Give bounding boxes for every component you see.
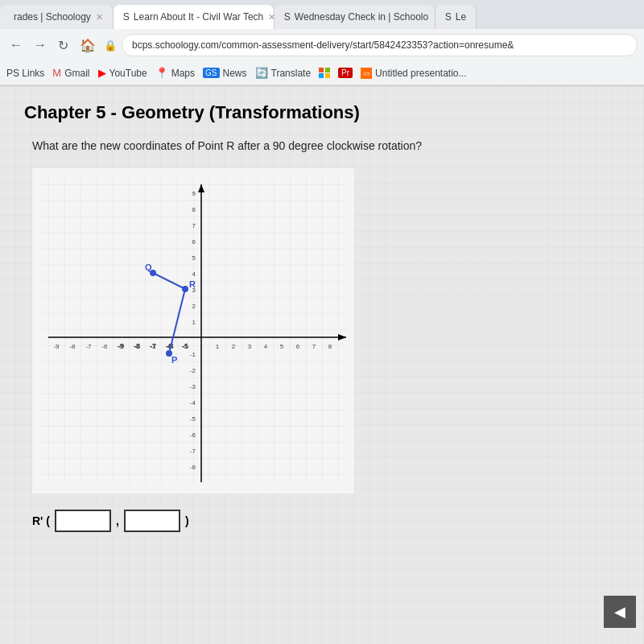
tab-close-1[interactable]: ✕ bbox=[96, 12, 103, 23]
svg-text:-1: -1 bbox=[182, 343, 188, 350]
chapter-title: Chapter 5 - Geometry (Transformations) bbox=[24, 102, 620, 123]
tab-bar: rades | Schoology ✕ S Learn About It - C… bbox=[0, 0, 644, 29]
tab-label-2: Learn About It - Civil War Tech bbox=[134, 11, 263, 23]
gmail-icon: M bbox=[52, 67, 61, 79]
svg-text:-7: -7 bbox=[190, 448, 196, 455]
svg-text:8: 8 bbox=[328, 343, 332, 350]
answer-label: R' ( bbox=[32, 514, 50, 527]
point-r-label: R bbox=[189, 279, 196, 289]
tab-wednesday[interactable]: S Wednesday Check in | Schoolo ✕ bbox=[275, 5, 436, 29]
browser-chrome: rades | Schoology ✕ S Learn About It - C… bbox=[0, 0, 644, 86]
tab-label-1: rades | Schoology bbox=[14, 11, 91, 23]
svg-text:-8: -8 bbox=[69, 343, 76, 350]
bookmark-maps-label: Maps bbox=[171, 68, 195, 79]
bookmark-news[interactable]: GS News bbox=[203, 68, 246, 79]
bookmark-windows-icon[interactable] bbox=[319, 68, 330, 79]
svg-text:1: 1 bbox=[216, 343, 220, 350]
bookmark-youtube[interactable]: ▶ YouTube bbox=[98, 67, 147, 79]
news-icon: GS bbox=[203, 68, 219, 78]
bookmark-gmail-label: Gmail bbox=[64, 68, 89, 79]
bookmark-untitled[interactable]: ▭ Untitled presentatio... bbox=[361, 68, 466, 79]
bookmark-ps-links[interactable]: PS Links bbox=[6, 68, 44, 79]
graph-container: -9 -8 -7 -6 -5 -9 -8 -7 -6 -5 -4 -9 -8 bbox=[32, 168, 354, 493]
tab-schoology[interactable]: rades | Schoology ✕ bbox=[0, 5, 114, 29]
answer-x-input[interactable] bbox=[55, 510, 111, 532]
address-bar-row: ← → ↻ 🏠 🔒 bbox=[0, 29, 644, 61]
svg-text:3: 3 bbox=[248, 343, 252, 350]
point-q-label: Q bbox=[145, 262, 152, 272]
svg-text:1: 1 bbox=[192, 319, 196, 326]
svg-text:7: 7 bbox=[192, 222, 196, 229]
svg-text:5: 5 bbox=[192, 254, 196, 262]
page-content: Chapter 5 - Geometry (Transformations) W… bbox=[0, 86, 644, 644]
question-text: What are the new coordinates of Point R … bbox=[32, 139, 620, 152]
svg-text:-9: -9 bbox=[53, 343, 60, 350]
tab-favicon-4: S bbox=[445, 11, 452, 23]
tab-label-3: Wednesday Check in | Schoolo bbox=[295, 11, 428, 23]
tab-civil-war[interactable]: S Learn About It - Civil War Tech ✕ bbox=[114, 5, 275, 29]
svg-text:4: 4 bbox=[192, 270, 196, 278]
svg-text:-3: -3 bbox=[190, 383, 196, 390]
bookmark-youtube-label: YouTube bbox=[109, 68, 147, 79]
slides-icon: ▭ bbox=[361, 68, 372, 79]
coordinate-graph: -9 -8 -7 -6 -5 -9 -8 -7 -6 -5 -4 -9 -8 bbox=[40, 176, 346, 482]
svg-text:-7: -7 bbox=[85, 343, 92, 350]
answer-y-input[interactable] bbox=[124, 510, 180, 532]
tab-favicon-3: S bbox=[284, 11, 291, 23]
svg-text:2: 2 bbox=[232, 343, 236, 350]
svg-text:-6: -6 bbox=[190, 431, 196, 439]
back-button[interactable]: ← bbox=[6, 36, 26, 54]
bookmark-pr[interactable]: Pr bbox=[338, 68, 353, 78]
svg-text:-3: -3 bbox=[150, 343, 156, 350]
nav-arrow-icon: ◀ bbox=[614, 603, 625, 621]
svg-text:-1: -1 bbox=[190, 351, 196, 358]
bookmark-untitled-label: Untitled presentatio... bbox=[375, 68, 466, 79]
tab-le[interactable]: S Le bbox=[436, 5, 477, 29]
svg-text:-4: -4 bbox=[134, 343, 140, 350]
answer-separator: , bbox=[116, 514, 119, 527]
answer-close: ) bbox=[185, 514, 189, 527]
svg-text:-5: -5 bbox=[118, 343, 124, 350]
tab-favicon-2: S bbox=[123, 11, 130, 23]
bookmark-maps[interactable]: 📍 Maps bbox=[155, 67, 195, 79]
svg-text:-5: -5 bbox=[190, 415, 196, 423]
svg-text:4: 4 bbox=[264, 343, 268, 350]
svg-text:8: 8 bbox=[192, 206, 196, 213]
bookmark-ps-links-label: PS Links bbox=[6, 68, 44, 79]
bookmark-news-label: News bbox=[223, 68, 247, 79]
svg-text:6: 6 bbox=[192, 238, 196, 246]
svg-text:5: 5 bbox=[280, 343, 284, 350]
forward-button[interactable]: → bbox=[31, 36, 50, 54]
tab-close-2[interactable]: ✕ bbox=[268, 12, 275, 23]
tab-label-4: Le bbox=[456, 11, 466, 23]
home-button[interactable]: 🏠 bbox=[76, 36, 99, 55]
reload-button[interactable]: ↻ bbox=[55, 36, 72, 55]
svg-text:7: 7 bbox=[312, 343, 316, 350]
maps-icon: 📍 bbox=[155, 67, 168, 79]
answer-row: R' ( , ) bbox=[32, 510, 620, 532]
bookmarks-bar: PS Links M Gmail ▶ YouTube 📍 Maps GS New… bbox=[0, 61, 644, 85]
svg-text:-8: -8 bbox=[190, 464, 196, 471]
svg-text:-6: -6 bbox=[101, 343, 108, 350]
bookmark-translate-label: Translate bbox=[271, 68, 312, 79]
svg-text:-2: -2 bbox=[190, 367, 196, 374]
windows-logo-icon bbox=[319, 68, 330, 79]
point-r bbox=[182, 286, 188, 292]
svg-text:2: 2 bbox=[192, 303, 196, 310]
bookmark-translate[interactable]: 🔄 Translate bbox=[255, 67, 312, 79]
svg-text:-4: -4 bbox=[190, 399, 196, 407]
pr-icon: Pr bbox=[338, 68, 353, 78]
address-input[interactable] bbox=[122, 34, 638, 56]
svg-text:6: 6 bbox=[296, 343, 300, 350]
point-p-label: P bbox=[171, 355, 177, 365]
bookmark-gmail[interactable]: M Gmail bbox=[52, 67, 89, 79]
svg-text:9: 9 bbox=[192, 190, 196, 197]
nav-arrow-button[interactable]: ◀ bbox=[604, 596, 636, 628]
lock-icon: 🔒 bbox=[104, 39, 117, 52]
translate-icon: 🔄 bbox=[255, 67, 268, 79]
youtube-icon: ▶ bbox=[98, 67, 106, 79]
